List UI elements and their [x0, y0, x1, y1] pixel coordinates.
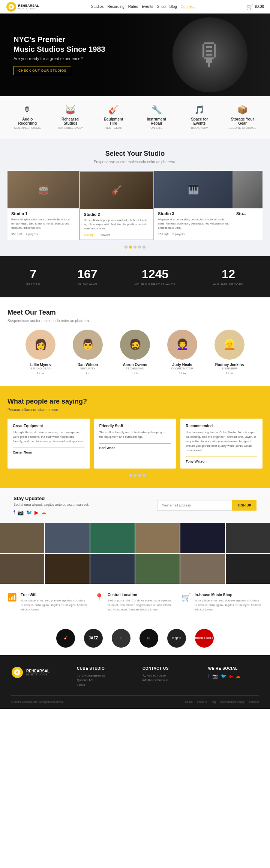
studio-card-3[interactable]: 🎹 Studio 3 Aliquam et arcu sagittis, con… — [154, 171, 232, 240]
footer-top: REHEARSAL MUSIC STUDIOS CUBE STUDIO 7575… — [11, 666, 259, 688]
gallery-item-3[interactable] — [90, 523, 135, 553]
service-equipment-hire[interactable]: 🎸 EquipmentHire RENT GEAR — [93, 105, 134, 130]
dot-1[interactable] — [124, 246, 128, 249]
gallery-item-5[interactable] — [180, 523, 225, 553]
dot-4[interactable] — [138, 246, 141, 249]
gallery-item-10[interactable] — [135, 554, 180, 584]
nav-connect[interactable]: Connect — [181, 5, 195, 9]
instagram-icon[interactable]: 📷 — [17, 509, 24, 515]
footer-instagram-icon[interactable]: 📷 — [212, 674, 218, 679]
soundcloud-icon[interactable]: ☁ — [41, 509, 46, 515]
svg-point-5 — [16, 671, 18, 674]
youtube-icon[interactable]: ▶ — [34, 509, 39, 515]
cart-icon: 🛒 — [247, 4, 253, 10]
services-section: 🎙 AudioRecording MULTIPLE ROOMS 🥁 Rehear… — [0, 96, 270, 139]
gallery-item-2[interactable] — [45, 523, 89, 553]
testimonial-dot-1[interactable] — [124, 474, 128, 477]
gallery-item-8[interactable] — [45, 554, 89, 584]
footer-link-faq[interactable]: faq — [212, 700, 216, 704]
nav-rates[interactable]: Rates — [128, 5, 138, 9]
nav-events[interactable]: Events — [142, 5, 153, 9]
testimonial-dot-5[interactable] — [142, 474, 146, 477]
studio-card-2[interactable]: 🎸 Studio 2 Nunc ullamcorper purus volutp… — [79, 171, 154, 240]
twitter-icon[interactable]: t — [39, 372, 40, 375]
testimonial-dot-3[interactable] — [134, 474, 136, 477]
nav-studios[interactable]: Studios — [91, 5, 104, 9]
logo[interactable]: REHEARSAL MUSIC STUDIOS — [6, 2, 39, 12]
service-rehearsal-studios[interactable]: 🥁 RehearsalStudios AVAILABLE DAILY — [50, 105, 91, 130]
dot-2[interactable] — [129, 246, 132, 249]
studio-card-1[interactable]: 🥁 Studio 1 Fusce fringilla tortor nunc, … — [8, 171, 79, 240]
facebook-icon[interactable]: f — [14, 509, 15, 515]
newsletter-submit-button[interactable]: SIGN UP — [232, 500, 256, 511]
facebook-icon[interactable]: f — [226, 372, 227, 375]
gallery-item-9[interactable] — [90, 554, 135, 584]
nav-shop[interactable]: Shop — [157, 5, 166, 9]
stats-section: 7 SPACES 167 MUSICIANS 1245 HOURS PERFOR… — [0, 256, 270, 297]
gallery-item-12[interactable] — [226, 554, 270, 584]
footer-twitter-icon[interactable]: 🐦 — [221, 674, 226, 679]
service-space-events[interactable]: 🎵 Space forEvents BOOK NOW — [179, 105, 220, 130]
instagram-icon[interactable]: in — [136, 372, 138, 375]
studio-3-name: Studio 3 — [158, 211, 229, 216]
studio-card-4[interactable]: Stu... — [232, 171, 262, 240]
newsletter-email-input[interactable] — [157, 500, 232, 511]
team-name-dan: Dan Wilson — [67, 363, 108, 367]
service-audio-recording[interactable]: 🎙 AudioRecording MULTIPLE ROOMS — [7, 105, 48, 130]
gallery-item-11[interactable] — [180, 554, 225, 584]
footer-soundcloud-icon[interactable]: ☁ — [236, 674, 240, 679]
footer-link-contact[interactable]: contact — [249, 700, 259, 704]
footer-link-cancellation[interactable]: cancellation policy — [220, 700, 244, 704]
twitter-icon[interactable]: t — [181, 372, 182, 375]
stat-albums: 12 ALBUMS RECORD — [213, 267, 244, 286]
newsletter-form: SIGN UP — [157, 500, 256, 511]
twitter-icon[interactable]: 🐦 — [26, 509, 32, 515]
instagram-icon[interactable]: in — [183, 372, 186, 375]
testimonial-card-2: Friendly Staff The staff is friendly and… — [94, 419, 176, 469]
testimonial-dot-4[interactable] — [138, 474, 141, 477]
select-studio-subtitle: Suspendisse auctor malesuada enim ac pha… — [8, 160, 262, 164]
footer-social-links: f 📷 🐦 ▶ ☁ — [208, 674, 259, 679]
stat-musicians-number: 167 — [77, 267, 97, 281]
instrument-repair-icon: 🔧 — [152, 105, 162, 115]
studios-list: 🥁 Studio 1 Fusce fringilla tortor nunc, … — [8, 171, 262, 240]
facebook-icon[interactable]: f — [132, 372, 132, 375]
facebook-icon[interactable]: f — [86, 372, 87, 375]
gallery-item-4[interactable] — [135, 523, 180, 553]
footer-link-about[interactable]: about — [185, 700, 192, 704]
testimonial-dots — [8, 474, 262, 477]
cart[interactable]: 🛒 $0.00 — [247, 4, 264, 10]
gallery-item-7[interactable] — [0, 554, 44, 584]
dot-5[interactable] — [142, 246, 146, 249]
twitter-icon[interactable]: t — [134, 372, 135, 375]
audio-recording-icon: 🎙 — [23, 105, 32, 115]
equipment-hire-icon: 🎸 — [108, 105, 118, 115]
twitter-icon[interactable]: t — [88, 372, 89, 375]
footer-facebook-icon[interactable]: f — [208, 674, 209, 679]
dot-3[interactable] — [134, 246, 136, 249]
instagram-icon[interactable]: in — [42, 372, 44, 375]
team-name-judy: Judy Neals — [162, 363, 203, 367]
footer: REHEARSAL MUSIC STUDIOS CUBE STUDIO 7575… — [0, 655, 270, 709]
service-storage-gear[interactable]: 📦 Storage YourGear SECURE STORAGE — [222, 105, 263, 130]
gallery-item-1[interactable] — [0, 523, 44, 553]
nav-blog[interactable]: Blog — [170, 5, 177, 9]
navigation: REHEARSAL MUSIC STUDIOS Studios Recordin… — [0, 0, 270, 14]
testimonial-dot-2[interactable] — [129, 474, 132, 477]
studio-3-players: 9 players — [172, 232, 184, 236]
facebook-icon[interactable]: f — [37, 372, 38, 375]
instagram-icon[interactable]: in — [231, 372, 233, 375]
service-instrument-repair[interactable]: 🔧 InstrumentRepair ON SITE — [136, 105, 177, 130]
footer-contact-email: info@cubestudio.io — [142, 678, 193, 683]
nav-recording[interactable]: Recording — [107, 5, 124, 9]
team-subtitle: Suspendisse auctor malesuada enim ac pha… — [8, 319, 262, 323]
twitter-icon[interactable]: t — [228, 372, 229, 375]
footer-youtube-icon[interactable]: ▶ — [230, 674, 233, 679]
footer-logo: REHEARSAL MUSIC STUDIOS — [11, 666, 62, 678]
gallery-item-6[interactable] — [226, 523, 270, 553]
facebook-icon[interactable]: f — [179, 372, 180, 375]
team-social-aaron: f t in — [114, 372, 156, 375]
hero-cta-button[interactable]: CHECK OUT OUR STUDIOS — [14, 66, 71, 75]
footer-link-careers[interactable]: careers — [197, 700, 207, 704]
copyright-text: © 2015 CubeStudio. All rights reserved. — [11, 700, 64, 704]
